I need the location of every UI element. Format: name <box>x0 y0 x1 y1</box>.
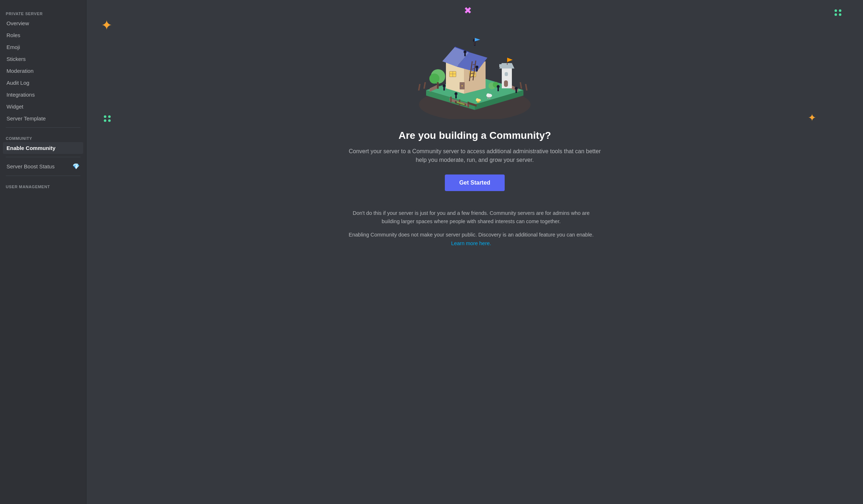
sidebar-item-label: Widget <box>6 103 23 110</box>
sidebar-item-enable-community[interactable]: Enable Community <box>3 142 83 154</box>
svg-rect-7 <box>423 82 426 89</box>
sidebar-item-stickers[interactable]: Stickers <box>3 53 83 65</box>
sidebar-item-moderation[interactable]: Moderation <box>3 65 83 77</box>
svg-rect-75 <box>478 101 479 103</box>
sparkle-teal-mid-left <box>104 115 111 122</box>
svg-rect-47 <box>505 72 508 76</box>
svg-point-62 <box>455 92 457 95</box>
content-area: Are you building a Community? Convert yo… <box>349 130 601 253</box>
svg-rect-67 <box>515 90 517 93</box>
info-text-2: Enabling Community does not make your se… <box>349 231 594 247</box>
sidebar: PRIVATE SERVER Overview Roles Emoji Stic… <box>0 0 87 504</box>
svg-point-66 <box>515 87 518 90</box>
sidebar-item-roles[interactable]: Roles <box>3 29 83 41</box>
svg-marker-79 <box>475 38 480 41</box>
svg-rect-57 <box>464 53 466 56</box>
svg-rect-11 <box>525 84 527 90</box>
sidebar-section-user-management: USER MANAGEMENT <box>3 179 83 190</box>
svg-rect-70 <box>487 97 488 99</box>
svg-point-69 <box>487 93 490 96</box>
svg-point-56 <box>464 50 466 53</box>
sidebar-item-server-template[interactable]: Server Template <box>3 112 83 124</box>
svg-point-64 <box>497 85 500 88</box>
svg-marker-50 <box>507 58 513 62</box>
sidebar-divider-2 <box>6 157 80 157</box>
sidebar-item-label: Server Boost Status <box>6 163 54 169</box>
sidebar-item-label: Integrations <box>6 92 35 98</box>
svg-rect-44 <box>499 64 502 67</box>
sidebar-item-overview[interactable]: Overview <box>3 17 83 29</box>
svg-rect-14 <box>450 97 452 102</box>
sidebar-item-emoji[interactable]: Emoji <box>3 41 83 53</box>
sidebar-item-integrations[interactable]: Integrations <box>3 89 83 101</box>
sidebar-item-label: Moderation <box>6 68 34 74</box>
learn-more-link[interactable]: Learn more here. <box>451 240 491 246</box>
sidebar-item-label: Emoji <box>6 44 20 50</box>
svg-rect-6 <box>418 84 421 90</box>
sparkle-gold-mid-right: ✦ <box>808 112 816 124</box>
main-title: Are you building a Community? <box>349 130 601 141</box>
get-started-button[interactable]: Get Started <box>445 174 505 191</box>
illustration-container <box>406 18 543 119</box>
sidebar-item-server-boost-status[interactable]: Server Boost Status 💎 <box>3 160 83 173</box>
sidebar-section-private-server: PRIVATE SERVER <box>3 6 83 17</box>
svg-rect-53 <box>437 82 439 89</box>
svg-point-58 <box>475 66 478 68</box>
sidebar-item-label: Audit Log <box>6 80 29 86</box>
sidebar-divider-1 <box>6 127 80 128</box>
svg-rect-65 <box>497 88 499 91</box>
sidebar-item-widget[interactable]: Widget <box>3 101 83 112</box>
main-subtitle: Convert your server to a Community serve… <box>349 147 601 164</box>
sidebar-divider-3 <box>6 176 80 176</box>
svg-rect-46 <box>509 64 512 67</box>
boost-icon: 💎 <box>72 163 80 170</box>
svg-rect-10 <box>519 82 522 89</box>
sidebar-item-label: Enable Community <box>6 145 56 151</box>
svg-rect-74 <box>477 101 478 103</box>
svg-point-35 <box>462 85 463 87</box>
sparkle-gold-top-left: ✦ <box>101 17 112 33</box>
sparkle-pink-top-middle: ✖ <box>464 5 472 16</box>
sidebar-item-label: Overview <box>6 20 29 26</box>
svg-point-52 <box>429 74 439 84</box>
sidebar-item-audit-log[interactable]: Audit Log <box>3 77 83 89</box>
svg-rect-45 <box>504 63 507 66</box>
svg-rect-71 <box>489 97 490 99</box>
svg-rect-61 <box>443 87 445 90</box>
sidebar-item-label: Server Template <box>6 115 46 121</box>
sidebar-section-community: COMMUNITY <box>3 131 83 142</box>
sidebar-item-label: Stickers <box>6 56 26 62</box>
svg-rect-59 <box>476 68 478 71</box>
svg-rect-63 <box>455 95 457 98</box>
svg-point-60 <box>443 84 446 87</box>
sparkle-teal-top-right <box>835 9 841 16</box>
svg-point-73 <box>476 98 479 101</box>
sidebar-item-label: Roles <box>6 32 20 38</box>
svg-rect-48 <box>504 80 508 87</box>
village-illustration <box>406 18 543 119</box>
main-content: ✦ ✖ ✦ <box>87 0 863 504</box>
info-text-1: Don't do this if your server is just for… <box>349 209 594 226</box>
